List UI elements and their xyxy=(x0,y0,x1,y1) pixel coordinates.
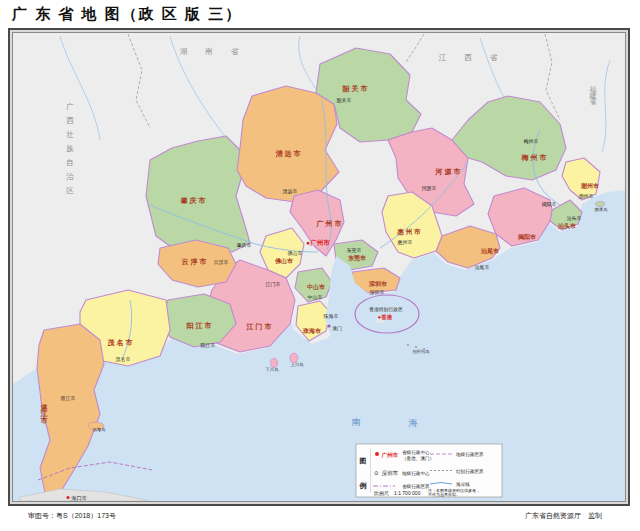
legend-city-symbol: ⊙ xyxy=(374,470,379,476)
region-qingyuan xyxy=(237,86,339,202)
prefecture-label-maoming: 茂 名 市 xyxy=(107,338,133,347)
city-seat-jiangmen: 江门市 xyxy=(266,281,281,288)
hongkong-sar-label: 香港特别行政区 xyxy=(369,306,403,313)
city-seat-maoming: 茂名市 xyxy=(116,356,131,362)
province-border-dashed xyxy=(128,34,150,128)
south-china-sea-label-b: 海 xyxy=(409,418,418,428)
legend-provincial-boundary: 省级行政区界 xyxy=(402,483,430,489)
macao-label: 澳门 xyxy=(332,325,342,332)
nanao-island xyxy=(596,202,605,207)
legend-prefectural-boundary: 地级行政区界 xyxy=(455,451,484,457)
legend-city-name: 深圳市 xyxy=(382,470,399,477)
legend-city-desc: 地级行政中心 xyxy=(401,470,430,476)
city-seat-meizhou: 梅州市 xyxy=(524,138,539,145)
prefecture-label-dongguan: 东莞市 xyxy=(347,254,366,262)
city-seat-yunfu: 云浮市 xyxy=(214,259,229,266)
prefecture-label-zhaoqing: 肇 庆 市 xyxy=(180,196,206,205)
legend-scale-label: 比例尺 xyxy=(374,490,389,497)
neighbor-label-guangxi: 广西壮族自治区 xyxy=(65,96,74,194)
south-china-sea-label-a: 南 xyxy=(352,417,361,427)
neighbor-label-hunan: 湖 南 省 xyxy=(180,47,247,56)
prefecture-label-heyuan: 河 源 市 xyxy=(435,167,461,176)
city-seat-zhanjiang: 湛江市 xyxy=(60,395,76,402)
prefecture-label-huizhou: 惠 州 市 xyxy=(396,228,421,236)
neighbor-label-jiangxi: 江 西 省 xyxy=(439,53,506,62)
legend-title-b: 例 xyxy=(359,482,367,490)
prefecture-label-shenzhen: 深圳市 xyxy=(368,280,387,287)
guangdong-province-map: 湖 南 省 江 西 省 广西壮族自治区 福建省 清 远 市 韶 关 市 河 源 … xyxy=(13,33,625,501)
city-seat-foshan: 佛山市 xyxy=(287,250,303,256)
prefecture-label-yangjiang: 阳 江 市 xyxy=(187,321,212,330)
prefecture-label-qingyuan: 清 远 市 xyxy=(276,149,301,158)
legend-capital-desc-2: （香港、澳门） xyxy=(402,455,434,462)
city-seat-shantou: 汕头市 xyxy=(567,215,582,221)
legend-title-a: 图 xyxy=(360,457,367,465)
prefecture-label-jieyang: 揭阳市 xyxy=(517,233,536,241)
city-seat-shaoguan: 韶关市 xyxy=(337,97,352,104)
river xyxy=(480,38,506,100)
haikou-label: 海口市 xyxy=(71,495,87,501)
capital-label-guangzhou: ●广州市 xyxy=(306,239,330,246)
region-zhaoqing xyxy=(146,136,250,252)
city-seat-shenzhen: 深圳市 xyxy=(370,289,385,296)
prefecture-label-jiangmen: 江 门 市 xyxy=(246,322,272,331)
neighbor-label-fujian: 福建省 xyxy=(589,80,597,106)
city-seat-jieyang: 揭阳市 xyxy=(542,201,557,208)
legend-capital-desc-1: 省级行政中心 xyxy=(402,449,430,455)
prefecture-label-shaoguan: 韶 关 市 xyxy=(342,84,368,93)
province-border-dashed xyxy=(406,34,424,62)
city-seat-zhuhai: 珠海市 xyxy=(323,313,339,320)
hongkong-label: ●香港 xyxy=(378,314,393,321)
legend-panel: 图 例 广州市 省级行政中心 （香港、澳门） ⊙ 深圳市 地级行政中心 省级行政… xyxy=(356,444,502,498)
legend-scale-value: 1:1 700 000 xyxy=(394,490,421,496)
city-seat-zhongshan: 中山市 xyxy=(308,294,323,300)
province-border-dashed xyxy=(545,34,560,120)
city-seat-qingyuan: 清远市 xyxy=(283,188,298,195)
prefecture-label-zhuhai: 珠海市 xyxy=(302,327,321,335)
city-seat-yangjiang: 阳江市 xyxy=(201,342,216,349)
legend-capital-name: 广州市 xyxy=(382,452,399,458)
city-seat-shanwei: 汕尾市 xyxy=(475,264,490,270)
haikou-dot xyxy=(66,496,69,499)
page-title: 广 东 省 地 图（政 区 版 三） xyxy=(12,5,242,24)
macao-dot xyxy=(327,324,330,327)
prefecture-label-shantou: 汕头市 xyxy=(557,222,576,230)
prefecture-label-meizhou: 梅 州 市 xyxy=(521,153,547,162)
region-meizhou xyxy=(452,96,566,180)
legend-coastline: 海岸线 xyxy=(456,482,470,487)
region-zhuhai xyxy=(296,301,330,341)
prefecture-label-shanwei: 汕尾市 xyxy=(480,247,499,255)
map-approval-number: 审图号：粤S（2018）173号 xyxy=(28,511,116,521)
prefecture-label-zhongshan: 中山市 xyxy=(307,283,325,290)
legend-sar-boundary: 特别行政区界 xyxy=(456,468,484,475)
legend-capital-symbol xyxy=(375,452,379,456)
prefecture-label-yunfu: 云 浮 市 xyxy=(182,257,207,266)
prefecture-label-chaozhou: 潮州市 xyxy=(580,182,599,190)
city-seat-dongguan: 东莞市 xyxy=(347,247,362,253)
river xyxy=(602,60,610,152)
city-seat-heyuan: 河源市 xyxy=(422,185,437,192)
city-seat-zhaoqing: 肇庆市 xyxy=(237,242,252,248)
prefecture-label-foshan: 佛山市 xyxy=(274,257,293,264)
prefecture-label-guangzhou: 广 州 市 xyxy=(316,219,342,228)
map-producer: 广东省自然资源厅 监制 xyxy=(525,511,602,521)
river xyxy=(299,36,318,92)
city-seat-huizhou: 惠州市 xyxy=(397,239,413,245)
dangan-islet xyxy=(407,344,409,346)
city-seat-chaozhou: 潮州市 xyxy=(579,193,594,200)
dangan-islet xyxy=(415,346,417,348)
